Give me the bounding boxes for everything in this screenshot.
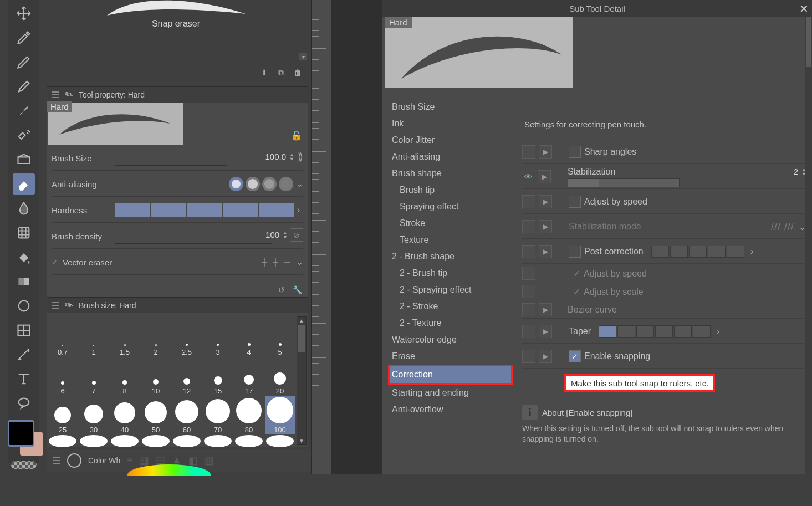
chevron-right-icon[interactable]: › xyxy=(748,247,757,257)
airbrush-tool-icon[interactable] xyxy=(13,125,35,146)
brush-size-option[interactable]: 20 xyxy=(265,357,295,395)
category-item[interactable]: Brush tip xyxy=(388,182,513,198)
enable-snapping-checkbox[interactable]: ✓ xyxy=(569,350,581,362)
brush-size-slider[interactable] xyxy=(115,165,227,166)
category-item[interactable]: 2 - Texture xyxy=(388,315,513,331)
trash-icon[interactable]: 🗑 xyxy=(292,67,304,79)
adjust-speed-checkbox[interactable] xyxy=(569,196,581,208)
brush-size-option[interactable] xyxy=(172,435,202,447)
brush-size-option[interactable]: 10 xyxy=(141,357,171,395)
liquify-tool-icon[interactable] xyxy=(13,222,35,243)
scrollbar-thumb[interactable] xyxy=(806,17,811,67)
brush-size-option[interactable]: 40 xyxy=(110,396,140,434)
gradient-tool-icon[interactable] xyxy=(13,271,35,292)
brush-size-header[interactable]: ✎ Brush size: Hard xyxy=(47,298,312,313)
transparent-swatch[interactable] xyxy=(11,461,37,469)
density-stepper[interactable]: ▲▼ xyxy=(282,231,288,239)
stabilization-value[interactable]: 2 xyxy=(794,167,800,176)
taper-levels[interactable] xyxy=(599,325,711,338)
scrollbar-thumb[interactable] xyxy=(298,325,305,352)
eraser-tool-icon[interactable] xyxy=(13,173,35,195)
category-item[interactable]: Spraying effect xyxy=(388,198,513,215)
aa-option-2[interactable] xyxy=(246,177,260,191)
brush-size-stepper[interactable]: ▲▼ xyxy=(288,152,294,161)
show-toggle[interactable] xyxy=(522,325,535,338)
vector-mode-3-icon[interactable]: ─ xyxy=(284,258,290,267)
aa-option-4[interactable] xyxy=(279,177,293,191)
category-item[interactable]: Watercolor edge xyxy=(388,331,513,348)
category-item[interactable]: 2 - Stroke xyxy=(388,298,513,315)
show-toggle[interactable] xyxy=(522,195,535,208)
brush-size-option[interactable] xyxy=(48,435,78,447)
figure-tool-icon[interactable] xyxy=(13,295,35,316)
expand-icon[interactable]: ▶ xyxy=(538,170,551,183)
vector-mode-2-icon[interactable]: ┿ xyxy=(273,258,278,267)
frame-tool-icon[interactable] xyxy=(13,320,35,341)
brush-size-option[interactable]: 2 xyxy=(141,319,171,356)
color-wheel-icon[interactable] xyxy=(67,453,81,468)
brush-size-option[interactable]: 80 xyxy=(234,396,264,434)
blend-tool-icon[interactable] xyxy=(13,198,35,219)
show-toggle[interactable] xyxy=(522,245,535,258)
color-swatches[interactable] xyxy=(8,420,47,459)
post-correction-levels[interactable] xyxy=(651,246,744,258)
brush-size-option[interactable] xyxy=(79,435,109,447)
expand-icon[interactable]: ▶ xyxy=(539,303,552,316)
brush-size-option[interactable]: 17 xyxy=(234,357,264,395)
aa-option-3[interactable] xyxy=(262,177,277,191)
fill-tool-icon[interactable] xyxy=(13,247,35,268)
category-item[interactable]: 2 - Brush shape xyxy=(388,248,513,265)
brush-size-option[interactable]: 8 xyxy=(110,357,140,395)
move-tool-icon[interactable] xyxy=(13,3,35,24)
scroll-up-icon[interactable]: ▲ xyxy=(297,318,306,324)
primary-color-swatch[interactable] xyxy=(8,420,34,447)
brush-size-option[interactable] xyxy=(234,435,264,447)
anti-aliasing-options[interactable] xyxy=(229,177,293,191)
brush-size-option[interactable]: 30 xyxy=(79,396,109,434)
density-dynamics-icon[interactable]: ⊘ xyxy=(290,228,303,242)
brush-size-option[interactable]: 100 xyxy=(265,396,295,434)
download-icon[interactable]: ⬇ xyxy=(258,67,270,79)
brush-size-option[interactable]: 70 xyxy=(203,396,233,434)
brush-size-option[interactable]: 0.7 xyxy=(48,319,78,356)
brush-preview-large[interactable]: Hard xyxy=(385,17,573,88)
scroll-down-icon[interactable]: ▼ xyxy=(297,438,306,444)
expand-icon[interactable]: ⟫ xyxy=(294,151,303,163)
brush-size-option[interactable]: 25 xyxy=(48,396,78,434)
brush-size-option[interactable]: 7 xyxy=(79,357,109,395)
chevron-right-icon[interactable]: › xyxy=(714,326,723,336)
reset-icon[interactable]: ↺ xyxy=(278,285,285,294)
category-item[interactable]: Erase xyxy=(388,348,513,365)
decoration-tool-icon[interactable] xyxy=(13,149,35,170)
vertical-ruler[interactable]: 180240300360420480540600660720780 xyxy=(311,0,333,474)
expand-icon[interactable]: ▶ xyxy=(539,245,552,258)
category-item[interactable]: Brush Size xyxy=(388,99,513,115)
brush-density-value[interactable]: 100 xyxy=(244,230,282,239)
category-item[interactable]: Anti-aliasing xyxy=(388,149,513,165)
brush-size-option[interactable]: 4 xyxy=(234,319,264,356)
brush-size-option[interactable] xyxy=(141,435,171,447)
show-toggle[interactable] xyxy=(522,285,535,298)
brush-stroke-preview[interactable]: Hard xyxy=(48,103,183,145)
aa-option-1[interactable] xyxy=(229,177,243,191)
show-toggle[interactable] xyxy=(522,267,535,280)
brush-size-option[interactable] xyxy=(203,435,233,447)
scrollbar[interactable]: ▲ ▼ xyxy=(297,316,307,445)
brush-tool-icon[interactable] xyxy=(13,100,35,121)
scrollbar[interactable] xyxy=(805,17,812,474)
tool-property-header[interactable]: ✎ Tool property: Hard xyxy=(47,87,312,103)
brush-size-option[interactable]: 5 xyxy=(265,319,295,356)
eye-icon[interactable]: 👁 xyxy=(522,171,534,183)
category-item[interactable]: Texture xyxy=(388,232,513,248)
expand-icon[interactable]: ▶ xyxy=(539,145,552,159)
brush-size-option[interactable]: 1 xyxy=(79,319,109,356)
ruler-tool-icon[interactable] xyxy=(13,344,35,365)
brush-size-option[interactable]: 50 xyxy=(141,396,171,434)
text-tool-icon[interactable] xyxy=(13,369,35,390)
duplicate-icon[interactable]: ⧉ xyxy=(275,67,287,79)
category-item[interactable]: Anti-overflow xyxy=(388,401,513,418)
brush-size-option[interactable] xyxy=(110,435,140,447)
show-toggle[interactable] xyxy=(522,303,535,316)
category-item[interactable]: 2 - Spraying effect xyxy=(388,282,513,298)
category-item[interactable]: Color Jitter xyxy=(388,132,513,149)
